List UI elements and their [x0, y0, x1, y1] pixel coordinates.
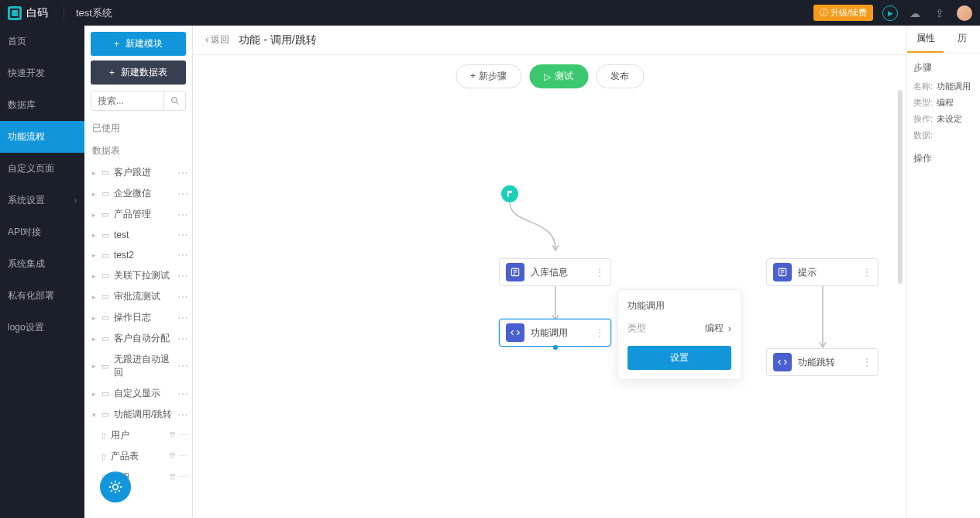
cloud-icon[interactable]: ☁: [907, 5, 923, 21]
topbar: 白码 test系统 ⓘ 升级/续费 ▶ ☁ ⇪: [0, 0, 980, 26]
logo-icon: [8, 6, 22, 20]
info-icon: ⓘ: [820, 7, 828, 19]
upgrade-label: 升级/续费: [830, 7, 867, 19]
avatar[interactable]: [957, 5, 972, 21]
upgrade-button[interactable]: ⓘ 升级/续费: [813, 5, 873, 21]
app-name: test系统: [64, 6, 112, 20]
brand-label: 白码: [26, 6, 48, 20]
export-icon[interactable]: ⇪: [932, 5, 947, 21]
brand-logo[interactable]: 白码: [8, 6, 48, 20]
topbar-right: ⓘ 升级/续费 ▶ ☁ ⇪: [813, 5, 972, 21]
play-icon[interactable]: ▶: [882, 5, 898, 21]
